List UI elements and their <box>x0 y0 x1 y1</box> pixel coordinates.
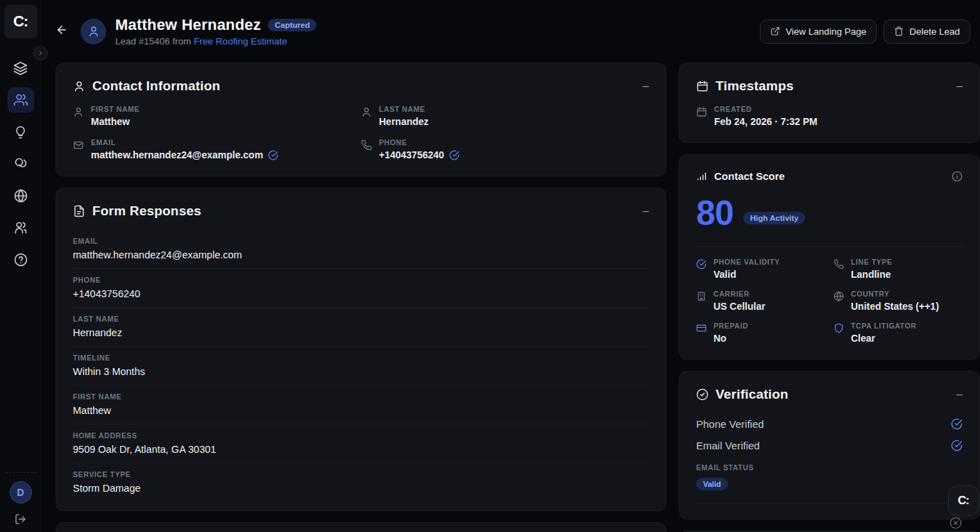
view-landing-page-label: View Landing Page <box>786 26 866 37</box>
field-value: 9509 Oak Dr, Atlanta, GA 30301 <box>73 444 649 455</box>
logout-button[interactable] <box>15 513 26 525</box>
field-label: FIRST NAME <box>91 105 140 113</box>
collapse-button[interactable]: – <box>643 206 649 217</box>
field-label: PHONE <box>379 138 459 147</box>
card-title: Timestamps <box>716 78 794 94</box>
field-label: TIMELINE <box>73 354 649 362</box>
lead-subtitle: Lead #15406 from Free Roofing Estimate <box>115 36 316 47</box>
sidebar-item-domains[interactable] <box>8 184 33 208</box>
field-value: Clear <box>851 333 916 344</box>
contact-score-value: 80 <box>696 196 734 231</box>
card-title: Verification <box>716 387 788 402</box>
sidebar-item-layers[interactable] <box>8 56 33 80</box>
sidebar-item-team[interactable] <box>8 216 33 240</box>
layers-icon <box>13 61 28 76</box>
credit-card-icon <box>696 323 707 344</box>
sidebar-item-help[interactable] <box>8 248 33 272</box>
divider <box>696 503 963 504</box>
verification-label: Phone Verified <box>696 418 764 430</box>
chevron-right-icon <box>37 49 44 57</box>
lead-id-text: Lead #15406 from <box>115 36 192 47</box>
verification-row-email: Email Verified <box>696 435 963 456</box>
sidebar-item-ideas[interactable] <box>8 120 33 144</box>
file-text-icon <box>73 205 85 217</box>
coins-icon <box>14 157 28 171</box>
building-icon <box>696 291 707 312</box>
form-field-email: EMAIL matthew.hernandez24@example.com <box>73 230 649 269</box>
card-title: Contact Information <box>92 78 220 94</box>
phone-icon <box>834 259 844 280</box>
field-label: LAST NAME <box>73 315 649 323</box>
page-title: Matthew Hernandez <box>115 16 261 34</box>
field-value: US Cellular <box>713 301 766 312</box>
form-field-first-name: FIRST NAME Matthew <box>73 385 649 424</box>
timestamps-card: Timestamps – CREATED Feb 24, 2026 · 7:32… <box>679 63 980 143</box>
form-field-phone: PHONE +14043756240 <box>73 269 649 308</box>
globe-icon <box>834 291 844 312</box>
detail-prepaid: PREPAID No <box>696 322 825 344</box>
field-email: EMAIL matthew.hernandez24@example.com <box>73 138 361 160</box>
field-label: LAST NAME <box>379 105 429 113</box>
field-value: matthew.hernandez24@example.com <box>91 149 263 160</box>
field-label: FIRST NAME <box>73 392 649 401</box>
detail-country: COUNTRY United States (++1) <box>834 290 963 312</box>
field-value: Landline <box>851 269 893 280</box>
field-label: LINE TYPE <box>851 258 893 266</box>
logout-icon <box>15 513 26 525</box>
user-icon <box>361 106 372 127</box>
info-button[interactable] <box>952 171 963 182</box>
verified-check-icon <box>951 418 963 430</box>
field-label: EMAIL <box>73 237 649 245</box>
view-landing-page-button[interactable]: View Landing Page <box>760 19 877 44</box>
field-label: PREPAID <box>713 322 748 330</box>
form-field-timeline: TIMELINE Within 3 Months <box>73 347 649 385</box>
email-status-label: EMAIL STATUS <box>696 463 963 472</box>
globe-icon <box>14 189 28 203</box>
user-avatar[interactable]: D <box>10 481 32 504</box>
back-button[interactable] <box>56 24 68 40</box>
collapse-button[interactable]: – <box>956 81 963 92</box>
field-value: Feb 24, 2026 · 7:32 PM <box>714 116 818 127</box>
collapse-button[interactable]: – <box>956 389 963 400</box>
verified-check-icon <box>951 440 963 451</box>
field-value: Matthew <box>91 116 140 127</box>
chat-widget: C: <box>948 485 979 529</box>
field-value: +14043756240 <box>379 149 444 160</box>
chat-launcher-button[interactable]: C: <box>948 485 979 516</box>
field-label: EMAIL <box>91 138 278 147</box>
lead-title-block: Matthew Hernandez Captured Lead #15406 f… <box>115 16 316 47</box>
sidebar-item-billing[interactable] <box>8 152 33 176</box>
collapse-button[interactable]: – <box>643 81 649 92</box>
activity-badge: High Activity <box>743 212 806 224</box>
field-value: Hernandez <box>379 116 429 127</box>
user-icon <box>73 106 84 127</box>
detail-carrier: CARRIER US Cellular <box>696 290 825 312</box>
field-label: CREATED <box>714 105 818 113</box>
header-actions: View Landing Page Delete Lead <box>760 19 970 44</box>
field-value: No <box>713 333 748 344</box>
sidebar-expand-button[interactable] <box>33 46 48 60</box>
verification-label: Email Verified <box>696 440 760 451</box>
trash-icon <box>894 26 904 36</box>
field-value: Storm Damage <box>73 483 649 494</box>
score-details-grid: PHONE VALIDITY Valid LINE TYPE Landline <box>696 258 963 344</box>
field-value: Within 3 Months <box>73 366 649 377</box>
sidebar-divider <box>6 472 36 473</box>
form-field-home-address: HOME ADDRESS 9509 Oak Dr, Atlanta, GA 30… <box>73 424 649 463</box>
calendar-icon <box>696 80 709 92</box>
sidebar-footer: D <box>0 472 41 532</box>
contact-information-card: Contact Information – FIRST NAME Matthew <box>56 63 666 176</box>
user-icon <box>73 80 85 92</box>
chat-close-button[interactable] <box>949 517 965 529</box>
detail-phone-validity: PHONE VALIDITY Valid <box>696 258 825 280</box>
card-title: Form Responses <box>92 203 201 219</box>
sidebar-item-leads[interactable] <box>8 88 33 112</box>
field-label: PHONE <box>73 276 649 284</box>
field-label: PHONE VALIDITY <box>713 258 780 266</box>
users-icon <box>14 221 28 235</box>
delete-lead-button[interactable]: Delete Lead <box>884 19 970 44</box>
campaign-link[interactable]: Free Roofing Estimate <box>194 36 287 47</box>
field-value: Valid <box>713 269 780 280</box>
divider <box>696 246 963 247</box>
calendar-icon <box>696 106 707 127</box>
